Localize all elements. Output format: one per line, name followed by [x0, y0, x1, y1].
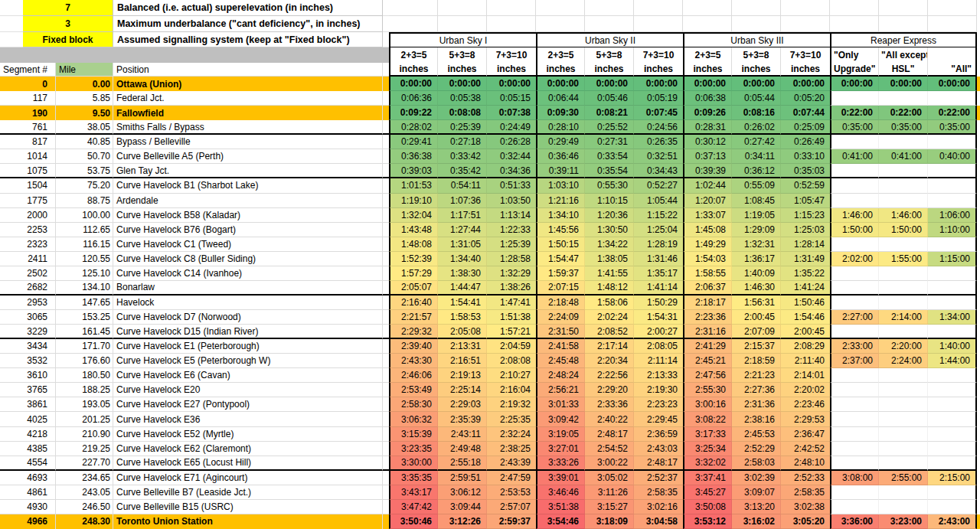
time-cell[interactable]: 1:25:39: [487, 237, 536, 252]
time-cell[interactable]: 2:41:29: [683, 339, 732, 354]
time-cell[interactable]: 1:36:17: [732, 252, 781, 266]
time-cell[interactable]: 1:31:46: [634, 252, 683, 266]
time-cell[interactable]: 2:56:21: [536, 383, 585, 397]
position-cell[interactable]: Toronto Union Station: [113, 514, 383, 529]
time-cell[interactable]: 0:28:02: [389, 120, 438, 135]
blank-cell[interactable]: [830, 456, 879, 471]
segment-cell[interactable]: 1504: [0, 178, 56, 193]
blank-cell[interactable]: [879, 237, 928, 252]
reaper-time-cell[interactable]: 2:37:00: [830, 354, 879, 368]
blank-cell[interactable]: [879, 456, 928, 471]
time-cell[interactable]: 3:05:02: [585, 471, 634, 485]
time-cell[interactable]: 3:27:01: [536, 442, 585, 456]
time-cell[interactable]: 0:05:15: [487, 91, 536, 106]
blank-cell[interactable]: [830, 383, 879, 397]
time-cell[interactable]: 1:05:47: [781, 194, 830, 208]
time-cell[interactable]: 2:36:59: [634, 427, 683, 442]
time-cell[interactable]: 1:57:21: [487, 325, 536, 339]
time-cell[interactable]: 2:29:45: [634, 412, 683, 426]
segment-cell[interactable]: 4385: [0, 442, 56, 456]
time-cell[interactable]: 2:22:56: [585, 368, 634, 383]
time-cell[interactable]: 2:21:23: [732, 368, 781, 383]
time-cell[interactable]: 0:39:11: [536, 164, 585, 178]
position-cell[interactable]: Curve Havelock E65 (Locust Hill): [113, 456, 383, 471]
time-cell[interactable]: 1:28:19: [634, 237, 683, 252]
time-cell[interactable]: 2:27:36: [732, 383, 781, 397]
time-cell[interactable]: 0:27:31: [585, 135, 634, 149]
time-cell[interactable]: 1:32:31: [732, 237, 781, 252]
time-cell[interactable]: 0:00:00: [585, 77, 634, 91]
mile-cell[interactable]: 147.65: [56, 296, 113, 310]
time-cell[interactable]: 0:37:13: [683, 149, 732, 164]
time-cell[interactable]: 2:45:53: [732, 427, 781, 442]
time-cell[interactable]: 3:02:38: [781, 500, 830, 514]
time-cell[interactable]: 0:52:59: [781, 178, 830, 193]
time-cell[interactable]: 0:05:44: [732, 91, 781, 106]
time-cell[interactable]: 2:06:37: [683, 281, 732, 296]
time-cell[interactable]: 3:50:46: [389, 514, 438, 529]
time-cell[interactable]: 2:53:49: [389, 383, 438, 397]
time-cell[interactable]: 2:48:10: [781, 456, 830, 471]
time-cell[interactable]: 3:50:08: [683, 500, 732, 514]
time-cell[interactable]: 2:08:29: [781, 339, 830, 354]
time-cell[interactable]: 1:50:15: [536, 237, 585, 252]
blank-cell[interactable]: [879, 91, 928, 106]
time-cell[interactable]: 3:02:16: [634, 500, 683, 514]
time-cell[interactable]: 2:58:35: [781, 485, 830, 500]
time-cell[interactable]: 1:34:10: [536, 208, 585, 223]
segment-cell[interactable]: 1014: [0, 149, 56, 164]
time-cell[interactable]: 2:57:07: [487, 500, 536, 514]
segment-cell[interactable]: 4966: [0, 514, 56, 529]
time-cell[interactable]: 3:35:35: [389, 471, 438, 485]
time-cell[interactable]: 0:09:30: [536, 106, 585, 120]
time-cell[interactable]: 2:33:36: [585, 397, 634, 412]
time-cell[interactable]: 1:32:04: [389, 208, 438, 223]
time-cell[interactable]: 1:30:50: [585, 223, 634, 237]
time-cell[interactable]: 2:48:17: [634, 456, 683, 471]
segment-cell[interactable]: 4554: [0, 456, 56, 471]
time-cell[interactable]: 1:54:41: [438, 296, 487, 310]
segment-cell[interactable]: 2323: [0, 237, 56, 252]
time-cell[interactable]: 1:31:49: [781, 252, 830, 266]
time-cell[interactable]: 0:00:00: [389, 77, 438, 91]
time-cell[interactable]: 3:25:34: [683, 442, 732, 456]
time-cell[interactable]: 2:52:37: [634, 471, 683, 485]
time-cell[interactable]: 2:08:08: [487, 354, 536, 368]
mile-cell[interactable]: 75.20: [56, 178, 113, 193]
blank-cell[interactable]: [928, 194, 977, 208]
time-cell[interactable]: 1:44:47: [438, 281, 487, 296]
time-cell[interactable]: 0:07:45: [634, 106, 683, 120]
segment-cell[interactable]: 1075: [0, 164, 56, 178]
time-cell[interactable]: 1:48:08: [389, 237, 438, 252]
reaper-time-cell[interactable]: 2:24:00: [879, 354, 928, 368]
blank-cell[interactable]: [879, 135, 928, 149]
position-cell[interactable]: Curve Havelock C14 (Ivanhoe): [113, 266, 383, 281]
time-cell[interactable]: 1:31:05: [438, 237, 487, 252]
time-cell[interactable]: 1:43:48: [389, 223, 438, 237]
time-cell[interactable]: 0:54:11: [438, 178, 487, 193]
reaper-time-cell[interactable]: 1:50:00: [879, 223, 928, 237]
mile-cell[interactable]: 100.00: [56, 208, 113, 223]
segment-cell[interactable]: 117: [0, 91, 56, 106]
blank-cell[interactable]: [830, 296, 879, 310]
segment-cell[interactable]: 2682: [0, 281, 56, 296]
time-cell[interactable]: 2:36:47: [781, 427, 830, 442]
time-cell[interactable]: 2:07:15: [536, 281, 585, 296]
blank-cell[interactable]: [928, 135, 977, 149]
time-cell[interactable]: 2:24:09: [536, 310, 585, 325]
time-cell[interactable]: 2:08:05: [634, 339, 683, 354]
position-cell[interactable]: Curve Havelock E20: [113, 383, 383, 397]
segment-cell[interactable]: 2953: [0, 296, 56, 310]
blank-cell[interactable]: [830, 397, 879, 412]
time-cell[interactable]: 2:00:45: [732, 310, 781, 325]
segment-cell[interactable]: 2253: [0, 223, 56, 237]
time-cell[interactable]: 1:46:30: [732, 281, 781, 296]
time-cell[interactable]: 2:21:57: [389, 310, 438, 325]
time-cell[interactable]: 3:18:09: [585, 514, 634, 529]
blank-cell[interactable]: [830, 500, 879, 514]
reaper-time-cell[interactable]: 0:00:00: [830, 77, 879, 91]
config-value-signalling[interactable]: Fixed block: [23, 32, 113, 47]
time-cell[interactable]: 3:30:00: [389, 456, 438, 471]
time-cell[interactable]: 1:56:31: [732, 296, 781, 310]
blank-cell[interactable]: [830, 237, 879, 252]
